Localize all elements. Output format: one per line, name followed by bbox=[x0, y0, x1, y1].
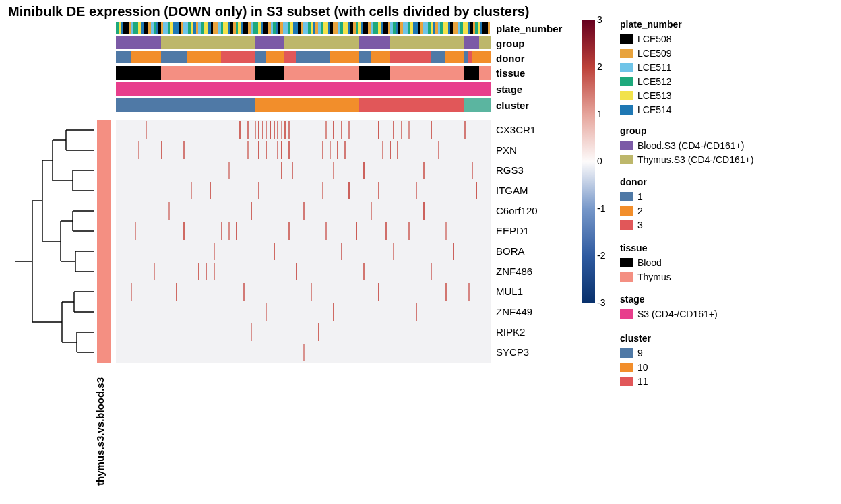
legend-item: 1 bbox=[620, 190, 647, 203]
legend-header: stage bbox=[620, 294, 718, 305]
legend-swatch bbox=[620, 309, 633, 319]
legend-header: plate_number bbox=[620, 19, 682, 30]
track-segment bbox=[479, 51, 491, 63]
legend-item: Thymus bbox=[620, 270, 671, 284]
legend-swatch bbox=[620, 377, 633, 386]
legend-swatch bbox=[620, 105, 633, 115]
track-donor bbox=[116, 51, 491, 63]
legend-label: 10 bbox=[637, 362, 648, 373]
track-segment bbox=[488, 22, 491, 34]
track-segment bbox=[255, 36, 284, 49]
legend-swatch bbox=[620, 141, 633, 150]
legend-item: LCE509 bbox=[620, 46, 682, 60]
legend-item: Blood bbox=[620, 256, 671, 270]
track-group bbox=[116, 36, 491, 49]
track-segment bbox=[255, 98, 360, 112]
legend-item: 3 bbox=[620, 218, 647, 232]
heatmap-row bbox=[116, 181, 491, 201]
legend-label: LCE513 bbox=[637, 90, 672, 101]
legend-swatch bbox=[620, 49, 633, 58]
legend-header: cluster bbox=[620, 333, 651, 344]
legend-label: Blood.S3 (CD4-/CD161+) bbox=[637, 140, 744, 151]
track-segment bbox=[161, 51, 187, 63]
track-segment bbox=[116, 36, 161, 49]
gene-label: ZNF486 bbox=[496, 261, 538, 282]
heatmap-row bbox=[116, 342, 491, 363]
track-segment bbox=[330, 51, 359, 63]
legend-item: LCE512 bbox=[620, 75, 682, 88]
legend-label: Thymus bbox=[637, 272, 671, 282]
track-segment bbox=[116, 51, 131, 63]
gene-label: CX3CR1 bbox=[496, 120, 538, 140]
legend-swatch bbox=[620, 192, 633, 201]
legend-swatch bbox=[620, 34, 633, 44]
legend-swatch bbox=[620, 206, 633, 216]
legend-cluster: cluster 91011 bbox=[620, 333, 651, 389]
legend-swatch bbox=[620, 91, 633, 100]
anno-label-cluster: cluster bbox=[496, 98, 562, 112]
row-dendrogram bbox=[5, 120, 94, 363]
colorbar-tick: 1 bbox=[597, 108, 602, 119]
legend-label: Thymus.S3 (CD4-/CD161+) bbox=[637, 154, 753, 165]
legend-label: LCE514 bbox=[637, 104, 672, 115]
track-segment bbox=[255, 51, 266, 63]
track-segment bbox=[284, 36, 359, 49]
legend-item: Blood.S3 (CD4-/CD161+) bbox=[620, 139, 753, 152]
legend-header: tissue bbox=[620, 243, 671, 253]
legend-label: 11 bbox=[637, 376, 648, 387]
track-segment bbox=[131, 51, 160, 63]
track-segment bbox=[255, 66, 284, 80]
legend-label: 9 bbox=[637, 348, 643, 358]
legend-label: S3 (CD4-/CD161+) bbox=[637, 309, 718, 319]
legend-swatch bbox=[620, 272, 633, 282]
anno-label-stage: stage bbox=[496, 82, 562, 96]
row-annotation-bar bbox=[97, 120, 111, 363]
track-segment bbox=[266, 51, 284, 63]
heatmap-row bbox=[116, 140, 491, 160]
gene-label: ITGAM bbox=[496, 181, 538, 201]
legend-item: LCE511 bbox=[620, 61, 682, 74]
legend-swatch bbox=[620, 155, 633, 164]
gene-label: EEPD1 bbox=[496, 221, 538, 241]
track-segment bbox=[116, 82, 491, 96]
legend-plate-number: plate_number LCE508LCE509LCE511LCE512LCE… bbox=[620, 19, 682, 117]
heatmap-row bbox=[116, 302, 491, 322]
gene-label: C6orf120 bbox=[496, 201, 538, 221]
heatmap-row bbox=[116, 241, 491, 261]
gene-label: SYCP3 bbox=[496, 342, 538, 363]
track-segment bbox=[359, 66, 389, 80]
legend-group: group Blood.S3 (CD4-/CD161+)Thymus.S3 (C… bbox=[620, 125, 753, 167]
heatmap-row bbox=[116, 282, 491, 302]
track-segment bbox=[221, 51, 255, 63]
track-segment bbox=[359, 51, 371, 63]
legend-swatch bbox=[620, 220, 633, 230]
track-segment bbox=[390, 66, 464, 80]
legend-item: S3 (CD4-/CD161+) bbox=[620, 307, 718, 321]
gene-label: RGS3 bbox=[496, 160, 538, 181]
gene-label: BORA bbox=[496, 241, 538, 261]
heatmap-row bbox=[116, 201, 491, 221]
track-tissue bbox=[116, 66, 491, 80]
anno-label-donor: donor bbox=[496, 51, 562, 63]
legend-swatch bbox=[620, 348, 633, 358]
legend-header: donor bbox=[620, 177, 647, 187]
track-segment bbox=[390, 36, 464, 49]
legend-stage: stage S3 (CD4-/CD161+) bbox=[620, 294, 718, 321]
colorbar-tick: 3 bbox=[597, 14, 602, 25]
legend-item: LCE508 bbox=[620, 32, 682, 46]
heatmap-body bbox=[116, 120, 491, 363]
colorbar-tick: -3 bbox=[597, 297, 605, 308]
legend-label: LCE508 bbox=[637, 34, 672, 44]
column-annotation-labels: plate_number group donor tissue stage cl… bbox=[496, 22, 562, 115]
track-segment bbox=[445, 51, 464, 63]
track-segment bbox=[161, 66, 255, 80]
heatmap-row bbox=[116, 120, 491, 140]
heatmap-row bbox=[116, 160, 491, 181]
track-segment bbox=[161, 36, 255, 49]
track-segment bbox=[472, 51, 479, 63]
legend-header: group bbox=[620, 125, 753, 136]
legend-label: 1 bbox=[637, 191, 643, 202]
legend-label: 3 bbox=[637, 220, 643, 230]
track-segment bbox=[464, 66, 479, 80]
colorbar bbox=[582, 20, 595, 303]
